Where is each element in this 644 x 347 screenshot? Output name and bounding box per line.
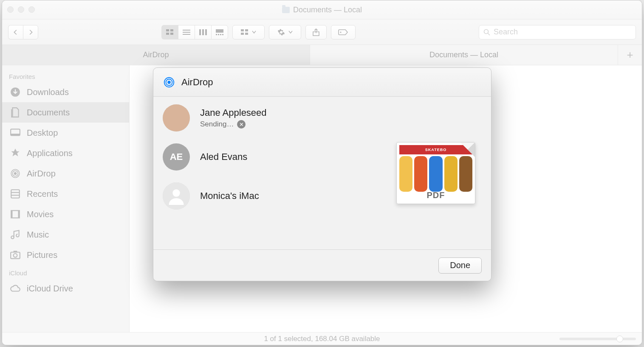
view-mode-buttons [161, 25, 228, 39]
airdrop-icon [163, 76, 175, 89]
documents-icon [10, 107, 21, 118]
svg-rect-33 [11, 210, 12, 218]
avatar [163, 104, 190, 132]
recipient-name: Monica's iMac [200, 190, 259, 201]
sidebar-item-label: Desktop [27, 128, 58, 138]
sidebar-item-label: Downloads [27, 87, 69, 97]
pictures-icon [10, 249, 21, 260]
sidebar-item-movies[interactable]: Movies [2, 204, 129, 224]
file-preview: SKATEBO PDF [396, 142, 475, 204]
desktop-icon [10, 127, 21, 138]
svg-rect-25 [11, 134, 20, 135]
svg-point-20 [340, 31, 342, 33]
svg-rect-37 [14, 251, 17, 252]
sheet-header: AirDrop [153, 68, 491, 97]
svg-rect-7 [199, 29, 201, 35]
recipient-row[interactable]: Monica's iMac [163, 182, 371, 210]
movies-icon [10, 209, 21, 220]
svg-point-26 [14, 172, 17, 175]
svg-rect-14 [222, 34, 223, 35]
tab-airdrop[interactable]: AirDrop [2, 45, 310, 65]
svg-rect-1 [170, 29, 173, 31]
tab-documents-local[interactable]: Documents — Local [310, 45, 618, 65]
zoom-slider[interactable] [559, 338, 636, 340]
svg-point-38 [167, 81, 171, 84]
sidebar-item-desktop[interactable]: Desktop [2, 123, 129, 143]
sidebar-item-label: Music [27, 230, 49, 240]
download-icon [10, 87, 21, 98]
recipient-name: Aled Evans [200, 151, 247, 162]
cancel-send-button[interactable]: ✕ [237, 120, 246, 129]
zoom-window-button[interactable] [28, 6, 35, 13]
action-button[interactable] [269, 25, 301, 39]
sheet-title: AirDrop [181, 77, 213, 88]
sidebar: Favorites Downloads Documents Desktop Ap… [2, 65, 130, 332]
svg-line-22 [488, 33, 490, 35]
done-button[interactable]: Done [438, 257, 482, 274]
toolbar: Search [2, 20, 642, 45]
zoom-slider-thumb[interactable] [616, 336, 623, 342]
minimize-window-button[interactable] [18, 6, 24, 13]
search-field[interactable]: Search [479, 25, 636, 39]
file-preview-column: SKATEBO PDF [381, 97, 491, 249]
sheet-body: Jane Appleseed Sending… ✕ AE Aled Evans [153, 97, 491, 249]
cloud-icon [10, 283, 21, 294]
sidebar-item-label: Movies [27, 210, 54, 219]
search-placeholder: Search [494, 28, 518, 36]
avatar: AE [163, 143, 190, 171]
svg-rect-16 [245, 29, 248, 31]
window-title: Documents — Local [282, 6, 362, 14]
sidebar-item-documents[interactable]: Documents [2, 102, 129, 123]
file-preview-header: SKATEBO [399, 145, 472, 154]
sidebar-item-label: Applications [27, 148, 73, 158]
svg-rect-18 [245, 33, 248, 35]
sidebar-item-label: Recents [27, 189, 58, 199]
sidebar-item-downloads[interactable]: Downloads [2, 82, 129, 102]
back-button[interactable] [8, 25, 23, 39]
svg-rect-12 [218, 34, 219, 35]
new-tab-button[interactable]: + [618, 45, 642, 65]
sidebar-section-icloud: iCloud [2, 265, 129, 278]
forward-button[interactable] [23, 25, 38, 39]
person-icon [163, 182, 190, 210]
share-button[interactable] [305, 25, 327, 39]
window-controls [7, 6, 35, 13]
svg-rect-8 [202, 29, 204, 35]
sidebar-item-airdrop[interactable]: AirDrop [2, 163, 129, 184]
gallery-view-button[interactable] [211, 25, 228, 39]
file-type-badge: PDF [427, 190, 445, 200]
recipient-name: Jane Appleseed [200, 107, 267, 118]
close-window-button[interactable] [7, 6, 14, 13]
sidebar-item-label: AirDrop [27, 169, 56, 179]
svg-rect-34 [18, 210, 20, 218]
list-view-button[interactable] [178, 25, 195, 39]
svg-rect-10 [216, 29, 223, 33]
recents-icon [10, 188, 21, 199]
airdrop-sheet: AirDrop Jane Appleseed Sending… ✕ AE [153, 67, 491, 281]
sidebar-item-recents[interactable]: Recents [2, 184, 129, 204]
svg-rect-29 [11, 190, 20, 198]
folder-icon [282, 7, 290, 13]
svg-rect-0 [166, 29, 169, 31]
sidebar-item-label: Pictures [27, 250, 57, 260]
recipients-list: Jane Appleseed Sending… ✕ AE Aled Evans [153, 97, 381, 249]
window-title-text: Documents — Local [293, 6, 362, 14]
airdrop-icon [10, 168, 21, 179]
sidebar-item-icloud-drive[interactable]: iCloud Drive [2, 278, 129, 299]
svg-rect-5 [183, 32, 190, 33]
sidebar-item-music[interactable]: Music [2, 224, 129, 245]
svg-rect-2 [166, 33, 169, 35]
sidebar-item-applications[interactable]: Applications [2, 143, 129, 163]
column-view-button[interactable] [195, 25, 211, 39]
group-by-button[interactable] [232, 25, 265, 39]
svg-rect-3 [170, 33, 173, 35]
recipient-row[interactable]: Jane Appleseed Sending… ✕ [163, 104, 371, 132]
tags-button[interactable] [331, 25, 356, 39]
recipient-row[interactable]: AE Aled Evans [163, 143, 371, 171]
sidebar-item-pictures[interactable]: Pictures [2, 245, 129, 265]
sidebar-section-favorites: Favorites [2, 69, 129, 82]
statusbar-text: 1 of 1 selected, 168.04 GB available [264, 335, 380, 343]
svg-point-36 [14, 254, 17, 257]
svg-rect-4 [183, 30, 190, 31]
icon-view-button[interactable] [161, 25, 178, 39]
